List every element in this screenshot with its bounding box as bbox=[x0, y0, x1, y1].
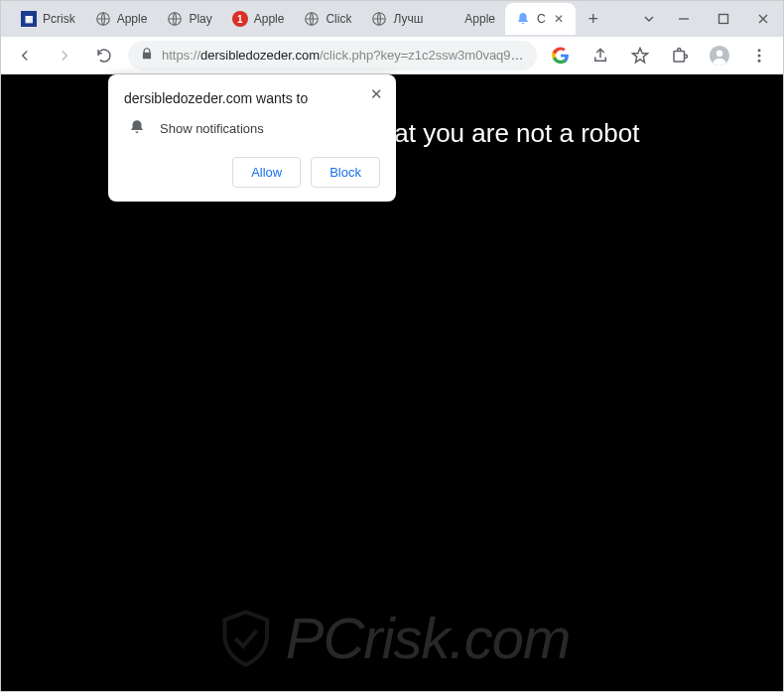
permission-dialog: ✕ dersibledozeder.com wants to Show noti… bbox=[108, 74, 396, 202]
share-icon[interactable] bbox=[585, 40, 616, 71]
google-search-icon[interactable] bbox=[545, 40, 577, 71]
menu-icon[interactable] bbox=[743, 40, 775, 71]
tab-title: Apple bbox=[117, 12, 148, 26]
url-scheme: https:// bbox=[162, 48, 200, 63]
tab-play[interactable]: Play bbox=[157, 3, 221, 35]
tab-click[interactable]: Click bbox=[294, 3, 361, 35]
tab-title: Apple bbox=[464, 12, 495, 26]
svg-point-11 bbox=[758, 59, 761, 62]
url-text: https://dersibledozeder.com/click.php?ke… bbox=[162, 48, 525, 63]
tab-strip: ▦ Pcrisk Apple Play 1 Apple Click bbox=[11, 1, 634, 37]
favicon-pcrisk: ▦ bbox=[21, 11, 37, 27]
profile-icon[interactable] bbox=[704, 40, 735, 71]
tab-apple-badge[interactable]: 1 Apple bbox=[222, 3, 295, 35]
tab-title: Play bbox=[189, 12, 211, 26]
tab-title: Apple bbox=[254, 12, 285, 26]
blank-favicon bbox=[443, 11, 458, 27]
svg-point-8 bbox=[717, 50, 722, 56]
bell-icon bbox=[128, 118, 146, 139]
tab-pcrisk[interactable]: ▦ Pcrisk bbox=[11, 3, 85, 35]
window-close-button[interactable] bbox=[743, 1, 783, 37]
address-bar[interactable]: https://dersibledozeder.com/click.php?ke… bbox=[128, 41, 537, 70]
dialog-close-button[interactable]: ✕ bbox=[366, 84, 386, 104]
minimize-button[interactable] bbox=[664, 1, 704, 37]
svg-point-9 bbox=[758, 49, 761, 52]
tab-list-dropdown[interactable] bbox=[634, 1, 664, 37]
watermark-text: PCrisk.com bbox=[286, 605, 570, 671]
tab-apple-3[interactable]: Apple bbox=[433, 3, 505, 35]
bookmark-icon[interactable] bbox=[624, 40, 656, 71]
lock-icon bbox=[140, 47, 154, 64]
url-domain: dersibledozeder.com bbox=[200, 48, 320, 63]
tab-russian[interactable]: Лучш bbox=[361, 3, 433, 35]
tab-title: C bbox=[537, 12, 546, 26]
permission-line: Show notifications bbox=[160, 121, 264, 136]
svg-rect-6 bbox=[674, 51, 685, 62]
permission-title: dersibledozeder.com wants to bbox=[124, 90, 380, 106]
close-icon[interactable]: ✕ bbox=[552, 12, 566, 26]
globe-icon bbox=[95, 11, 111, 27]
tab-title: Pcrisk bbox=[43, 12, 75, 26]
tab-title: Click bbox=[326, 12, 351, 26]
watermark: PCrisk.com bbox=[214, 605, 570, 671]
browser-titlebar: ▦ Pcrisk Apple Play 1 Apple Click bbox=[1, 1, 783, 37]
forward-button[interactable] bbox=[49, 40, 80, 71]
bell-favicon-icon bbox=[515, 11, 531, 27]
browser-toolbar: https://dersibledozeder.com/click.php?ke… bbox=[1, 37, 783, 74]
tab-active[interactable]: C ✕ bbox=[505, 3, 576, 35]
svg-point-10 bbox=[758, 54, 761, 57]
extensions-icon[interactable] bbox=[664, 40, 696, 71]
red-badge-icon: 1 bbox=[232, 11, 248, 27]
permission-actions: Allow Block bbox=[124, 157, 380, 188]
url-path: /click.php?key=z1c2ssw3m0vaq9kcw50r&SUB_… bbox=[320, 48, 525, 63]
permission-body: Show notifications bbox=[128, 118, 380, 139]
window-controls bbox=[664, 1, 783, 37]
plus-icon: + bbox=[588, 9, 598, 30]
block-button[interactable]: Block bbox=[311, 157, 380, 188]
globe-icon bbox=[167, 11, 183, 27]
globe-icon bbox=[304, 11, 320, 27]
tab-title: Лучш bbox=[393, 12, 423, 26]
globe-icon bbox=[371, 11, 387, 27]
new-tab-button[interactable]: + bbox=[580, 5, 607, 33]
reload-button[interactable] bbox=[88, 40, 120, 71]
back-button[interactable] bbox=[9, 40, 41, 71]
tab-apple-1[interactable]: Apple bbox=[85, 3, 158, 35]
maximize-button[interactable] bbox=[704, 1, 743, 37]
allow-button[interactable]: Allow bbox=[232, 157, 301, 188]
svg-rect-5 bbox=[719, 15, 728, 24]
